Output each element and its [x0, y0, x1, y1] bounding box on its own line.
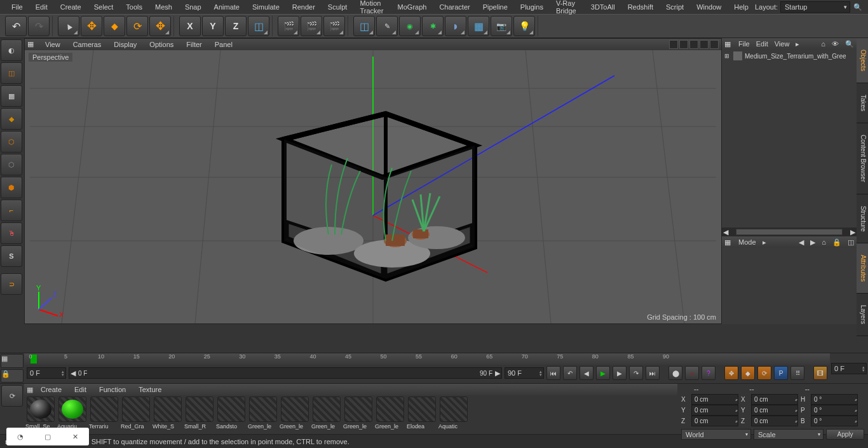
- vp-layout4-icon[interactable]: [710, 40, 719, 49]
- vp-menu-display[interactable]: Display: [110, 41, 140, 48]
- render-view-button[interactable]: [278, 16, 299, 36]
- menu-window[interactable]: Window: [690, 3, 728, 11]
- vp-menu-options[interactable]: Options: [146, 41, 177, 48]
- scroll-thumb[interactable]: [736, 229, 843, 235]
- live-select-button[interactable]: [58, 16, 79, 36]
- obj-search-icon[interactable]: 🔍: [845, 40, 854, 48]
- play-button[interactable]: ▶: [596, 366, 610, 380]
- menu-redshift[interactable]: Redshift: [621, 3, 660, 11]
- menu-edit[interactable]: Edit: [29, 3, 54, 11]
- menu-pipeline[interactable]: Pipeline: [477, 3, 514, 11]
- tab-takes[interactable]: Takes: [857, 83, 868, 123]
- menu-3dtoall[interactable]: 3DToAll: [585, 3, 621, 11]
- coord-pos-field[interactable]: 0 cm: [691, 405, 738, 416]
- redo-button[interactable]: [28, 16, 50, 36]
- add-floor-button[interactable]: [468, 16, 489, 36]
- mat-menu-edit[interactable]: Edit: [69, 386, 92, 393]
- material-item[interactable]: Green_le: [375, 397, 405, 433]
- expand-icon[interactable]: ⊞: [724, 53, 731, 59]
- close-icon[interactable]: ✕: [72, 433, 78, 441]
- add-cube-button[interactable]: [353, 16, 375, 36]
- obj-menu-edit[interactable]: Edit: [756, 40, 768, 48]
- powerslider-button[interactable]: ⟳: [1, 385, 23, 407]
- key-options-button[interactable]: ?: [702, 366, 715, 380]
- undo-button[interactable]: [5, 16, 27, 36]
- menu-vray[interactable]: V-Ray Bridge: [550, 0, 585, 15]
- goto-start-button[interactable]: ⏮: [546, 366, 560, 380]
- texture-mode-button[interactable]: ▩: [1, 85, 22, 107]
- object-tree[interactable]: ⊞ Medium_Size_Terrarium_with_Gree: [722, 50, 857, 227]
- key-rot-button[interactable]: ⟳: [757, 366, 771, 380]
- scroll-right-icon[interactable]: ▶: [849, 228, 857, 236]
- coord-pos-field[interactable]: 0 cm: [691, 416, 738, 426]
- record-button[interactable]: ⬤: [668, 366, 682, 380]
- vp-nav-zoom-icon[interactable]: [679, 40, 688, 49]
- range-right-handle[interactable]: ▶: [495, 369, 500, 377]
- add-environment-button[interactable]: ◗: [445, 16, 466, 36]
- next-key-button[interactable]: ↷: [629, 366, 643, 380]
- viewport-grip-icon[interactable]: ▦: [27, 40, 36, 49]
- coord-size-field[interactable]: 0 cm: [751, 405, 798, 416]
- coord-mode-dropdown[interactable]: Scale: [754, 429, 824, 440]
- add-deformer-button[interactable]: ✱: [422, 16, 444, 36]
- minimize-icon[interactable]: ▢: [44, 433, 51, 441]
- poly-mode-button[interactable]: ⬢: [1, 177, 22, 198]
- mat-menu-texture[interactable]: Texture: [133, 386, 166, 393]
- render-pict-button[interactable]: [301, 16, 322, 36]
- move-tool-button[interactable]: [81, 16, 102, 36]
- menu-simulate[interactable]: Simulate: [246, 3, 286, 11]
- range-left-handle[interactable]: ◀: [71, 369, 76, 377]
- menu-mograph[interactable]: MoGraph: [391, 3, 433, 11]
- menu-sculpt[interactable]: Sculpt: [322, 3, 354, 11]
- menu-mesh[interactable]: Mesh: [149, 3, 179, 11]
- vp-menu-panel[interactable]: Panel: [211, 41, 236, 48]
- menu-help[interactable]: Help: [728, 3, 755, 11]
- material-item[interactable]: Sandsto: [216, 397, 247, 433]
- tweak-button[interactable]: 🖱: [1, 222, 22, 244]
- autokey-button[interactable]: ○: [685, 366, 699, 380]
- point-mode-button[interactable]: ⬡: [1, 131, 22, 153]
- add-camera-button[interactable]: [491, 16, 512, 36]
- coord-size-field[interactable]: 0 cm: [751, 394, 798, 405]
- coord-rot-field[interactable]: 0 °: [811, 416, 858, 426]
- mat-menu-function[interactable]: Function: [94, 386, 131, 393]
- menu-create[interactable]: Create: [54, 3, 88, 11]
- obj-menu-view[interactable]: View: [775, 40, 790, 48]
- material-item[interactable]: Green_le: [280, 397, 310, 433]
- menu-script[interactable]: Script: [660, 3, 690, 11]
- scale-tool-button[interactable]: [104, 16, 125, 36]
- start-frame-field[interactable]: 0 F▴▾: [27, 367, 66, 379]
- current-frame-field[interactable]: 0 F▴▾: [831, 363, 867, 374]
- obj-menu-more-icon[interactable]: ▸: [796, 40, 799, 48]
- axis-mode-button[interactable]: ⌐: [1, 200, 22, 221]
- vp-menu-view[interactable]: View: [41, 41, 64, 48]
- model-mode-button[interactable]: ◫: [1, 62, 22, 84]
- tab-layers[interactable]: Layers: [857, 294, 868, 336]
- tree-hscroll[interactable]: ◀ ▶: [722, 227, 857, 236]
- render-settings-button[interactable]: [323, 16, 345, 36]
- tab-structure[interactable]: Structure: [857, 194, 868, 244]
- vp-layout1-icon[interactable]: [700, 40, 709, 49]
- attr-mode-label[interactable]: Mode: [738, 238, 756, 246]
- menu-plugins[interactable]: Plugins: [514, 3, 550, 11]
- vp-nav-move-icon[interactable]: [669, 40, 678, 49]
- edge-mode-button[interactable]: ⬡: [1, 154, 22, 175]
- menu-render[interactable]: Render: [286, 3, 322, 11]
- grip-icon[interactable]: ▦: [724, 40, 732, 48]
- prev-frame-button[interactable]: ◀: [580, 366, 593, 380]
- timeline-snap-button[interactable]: ▦: [1, 354, 24, 368]
- viewport-solo-button[interactable]: S: [1, 245, 22, 267]
- tree-row[interactable]: ⊞ Medium_Size_Terrarium_with_Gree: [723, 51, 855, 61]
- attr-fwd-icon[interactable]: ▶: [810, 238, 815, 247]
- layout-dropdown[interactable]: Startup: [780, 1, 850, 13]
- material-item[interactable]: Green_le: [248, 397, 278, 433]
- key-pla-button[interactable]: ⠿: [790, 366, 804, 380]
- vp-nav-rotate-icon[interactable]: [689, 40, 698, 49]
- menu-animate[interactable]: Animate: [208, 3, 246, 11]
- menu-file[interactable]: File: [5, 3, 29, 11]
- material-item[interactable]: Elodea: [407, 397, 437, 433]
- coord-apply-button[interactable]: Apply: [826, 429, 864, 440]
- attr-more-icon[interactable]: ▸: [763, 238, 766, 247]
- material-item[interactable]: Green_le: [311, 397, 342, 433]
- menu-select[interactable]: Select: [88, 3, 120, 11]
